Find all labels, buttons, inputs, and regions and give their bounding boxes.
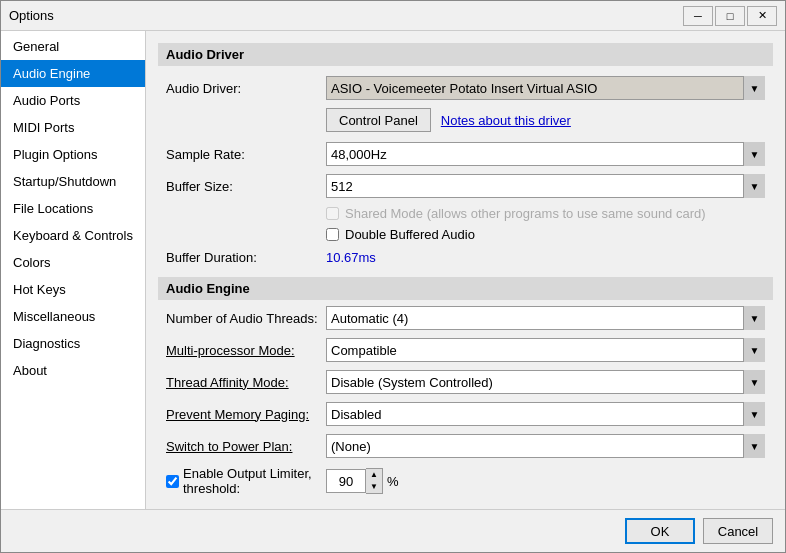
- buffer-duration-field: Buffer Duration: 10.67ms: [158, 248, 773, 267]
- output-limiter-increment-button[interactable]: ▲: [366, 469, 382, 481]
- close-button[interactable]: ✕: [747, 6, 777, 26]
- sidebar-item-about[interactable]: About: [1, 357, 145, 384]
- switch-power-select[interactable]: (None) High Performance Balanced: [326, 434, 765, 458]
- output-limiter-input[interactable]: [326, 469, 366, 493]
- sidebar-item-plugin-options[interactable]: Plugin Options: [1, 141, 145, 168]
- sidebar-item-startup-shutdown[interactable]: Startup/Shutdown: [1, 168, 145, 195]
- audio-threads-select-wrapper: Automatic (4) 1 2 4 8 ▼: [326, 306, 765, 330]
- output-limiter-spinner-wrapper: ▲ ▼ %: [326, 468, 399, 494]
- content-area: General Audio Engine Audio Ports MIDI Po…: [1, 31, 785, 509]
- window-title: Options: [9, 8, 683, 23]
- shared-mode-row: Shared Mode (allows other programs to us…: [318, 206, 773, 221]
- sidebar-item-miscellaneous[interactable]: Miscellaneous: [1, 303, 145, 330]
- audio-driver-select[interactable]: ASIO - Voicemeeter Potato Insert Virtual…: [326, 76, 765, 100]
- sidebar-item-general[interactable]: General: [1, 33, 145, 60]
- audio-threads-select[interactable]: Automatic (4) 1 2 4 8: [326, 306, 765, 330]
- control-panel-button[interactable]: Control Panel: [326, 108, 431, 132]
- prevent-memory-field: Prevent Memory Paging: Disabled Enabled …: [158, 402, 773, 426]
- sidebar-item-hot-keys[interactable]: Hot Keys: [1, 276, 145, 303]
- prevent-memory-select-wrapper: Disabled Enabled ▼: [326, 402, 765, 426]
- cancel-button[interactable]: Cancel: [703, 518, 773, 544]
- buffer-size-field: Buffer Size: 128 256 512 1024 2048 ▼: [158, 174, 773, 198]
- output-limiter-decrement-button[interactable]: ▼: [366, 481, 382, 493]
- output-limiter-spinner-buttons: ▲ ▼: [366, 468, 383, 494]
- audio-engine-section-header: Audio Engine: [158, 277, 773, 300]
- sidebar-item-file-locations[interactable]: File Locations: [1, 195, 145, 222]
- thread-affinity-field: Thread Affinity Mode: Disable (System Co…: [158, 370, 773, 394]
- sample-rate-select[interactable]: 44,100Hz 48,000Hz 88,200Hz 96,000Hz: [326, 142, 765, 166]
- buffer-size-label: Buffer Size:: [166, 179, 326, 194]
- audio-driver-field: Audio Driver: ASIO - Voicemeeter Potato …: [158, 76, 773, 100]
- buffer-duration-value: 10.67ms: [326, 250, 376, 265]
- minimize-button[interactable]: ─: [683, 6, 713, 26]
- main-content: Audio Driver Audio Driver: ASIO - Voicem…: [146, 31, 785, 509]
- double-buffered-label: Double Buffered Audio: [345, 227, 475, 242]
- sidebar-item-keyboard-controls[interactable]: Keyboard & Controls: [1, 222, 145, 249]
- audio-driver-select-wrapper: ASIO - Voicemeeter Potato Insert Virtual…: [326, 76, 765, 100]
- maximize-button[interactable]: □: [715, 6, 745, 26]
- buffer-duration-label: Buffer Duration:: [166, 250, 326, 265]
- switch-power-select-wrapper: (None) High Performance Balanced ▼: [326, 434, 765, 458]
- sample-rate-field: Sample Rate: 44,100Hz 48,000Hz 88,200Hz …: [158, 142, 773, 166]
- shared-mode-label: Shared Mode (allows other programs to us…: [345, 206, 706, 221]
- switch-power-label: Switch to Power Plan:: [166, 439, 326, 454]
- audio-driver-section-header: Audio Driver: [158, 43, 773, 66]
- double-buffered-row: Double Buffered Audio: [318, 227, 773, 242]
- sidebar-item-audio-ports[interactable]: Audio Ports: [1, 87, 145, 114]
- sidebar-item-audio-engine[interactable]: Audio Engine: [1, 60, 145, 87]
- double-buffered-checkbox[interactable]: [326, 228, 339, 241]
- audio-driver-label: Audio Driver:: [166, 81, 326, 96]
- title-bar-controls: ─ □ ✕: [683, 6, 777, 26]
- thread-affinity-select[interactable]: Disable (System Controlled) Enable: [326, 370, 765, 394]
- prevent-memory-select[interactable]: Disabled Enabled: [326, 402, 765, 426]
- multiprocessor-label: Multi-processor Mode:: [166, 343, 326, 358]
- audio-threads-label: Number of Audio Threads:: [166, 311, 326, 326]
- buffer-size-select[interactable]: 128 256 512 1024 2048: [326, 174, 765, 198]
- sidebar: General Audio Engine Audio Ports MIDI Po…: [1, 31, 146, 509]
- ok-button[interactable]: OK: [625, 518, 695, 544]
- thread-affinity-label: Thread Affinity Mode:: [166, 375, 326, 390]
- notes-about-driver-link[interactable]: Notes about this driver: [441, 113, 571, 128]
- thread-affinity-select-wrapper: Disable (System Controlled) Enable ▼: [326, 370, 765, 394]
- output-limiter-checkbox[interactable]: [166, 475, 179, 488]
- options-window: Options ─ □ ✕ General Audio Engine Audio…: [0, 0, 786, 553]
- switch-power-field: Switch to Power Plan: (None) High Perfor…: [158, 434, 773, 458]
- sample-rate-label: Sample Rate:: [166, 147, 326, 162]
- multiprocessor-field: Multi-processor Mode: Compatible Aggress…: [158, 338, 773, 362]
- multiprocessor-select[interactable]: Compatible Aggressive Disabled: [326, 338, 765, 362]
- prevent-memory-label: Prevent Memory Paging:: [166, 407, 326, 422]
- sample-rate-select-wrapper: 44,100Hz 48,000Hz 88,200Hz 96,000Hz ▼: [326, 142, 765, 166]
- percent-label: %: [387, 474, 399, 489]
- title-bar: Options ─ □ ✕: [1, 1, 785, 31]
- sidebar-item-diagnostics[interactable]: Diagnostics: [1, 330, 145, 357]
- bottom-bar: OK Cancel: [1, 509, 785, 552]
- buffer-size-select-wrapper: 128 256 512 1024 2048 ▼: [326, 174, 765, 198]
- shared-mode-checkbox[interactable]: [326, 207, 339, 220]
- sidebar-item-midi-ports[interactable]: MIDI Ports: [1, 114, 145, 141]
- output-limiter-label: Enable Output Limiter, threshold:: [183, 466, 326, 496]
- sidebar-item-colors[interactable]: Colors: [1, 249, 145, 276]
- audio-threads-field: Number of Audio Threads: Automatic (4) 1…: [158, 306, 773, 330]
- output-limiter-field: Enable Output Limiter, threshold: ▲ ▼ %: [158, 466, 773, 496]
- multiprocessor-select-wrapper: Compatible Aggressive Disabled ▼: [326, 338, 765, 362]
- control-panel-row: Control Panel Notes about this driver: [318, 108, 773, 132]
